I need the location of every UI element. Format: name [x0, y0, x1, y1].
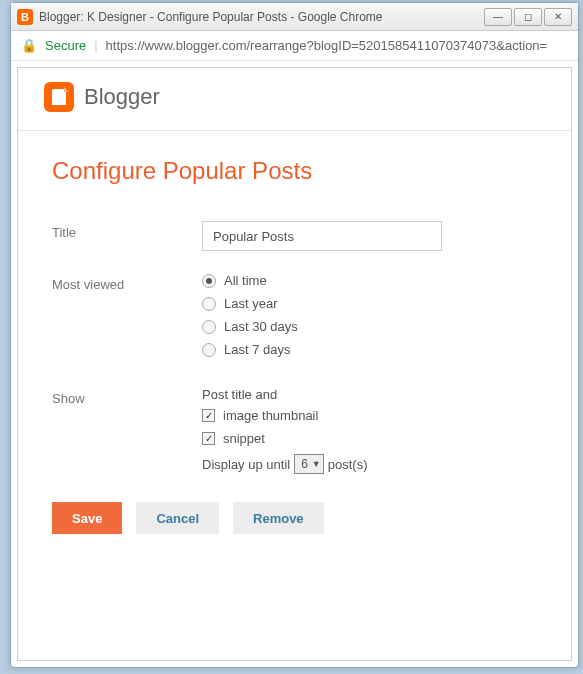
row-most-viewed: Most viewed All time Last year Last 30 d… [52, 273, 537, 365]
radio-label: Last 7 days [224, 342, 291, 357]
radio-icon [202, 274, 216, 288]
url-separator: | [94, 38, 97, 53]
radio-label: All time [224, 273, 267, 288]
radio-all-time[interactable]: All time [202, 273, 537, 288]
radio-icon [202, 343, 216, 357]
radio-label: Last 30 days [224, 319, 298, 334]
label-most-viewed: Most viewed [52, 273, 202, 365]
save-button[interactable]: Save [52, 502, 122, 534]
blogger-favicon: B [17, 9, 33, 25]
window-title: Blogger: K Designer - Configure Popular … [39, 10, 383, 24]
maximize-button[interactable]: ◻ [514, 8, 542, 26]
row-title: Title [52, 221, 537, 251]
radio-icon [202, 297, 216, 311]
brand-name: Blogger [84, 84, 160, 110]
brand-bar: Blogger [18, 68, 571, 131]
remove-button[interactable]: Remove [233, 502, 324, 534]
show-static-text: Post title and [202, 387, 537, 402]
check-image-thumbnail[interactable]: ✓ image thumbnail [202, 408, 537, 423]
select-value: 6 [301, 457, 308, 471]
window-titlebar: B Blogger: K Designer - Configure Popula… [11, 3, 578, 31]
chevron-down-icon: ▼ [312, 459, 321, 469]
display-count-select[interactable]: 6 ▼ [294, 454, 324, 474]
label-show: Show [52, 387, 202, 474]
radio-icon [202, 320, 216, 334]
checkbox-icon: ✓ [202, 432, 215, 445]
config-panel: Configure Popular Posts Title Most viewe… [18, 131, 571, 560]
button-row: Save Cancel Remove [52, 502, 537, 534]
radio-label: Last year [224, 296, 277, 311]
lock-icon: 🔒 [21, 38, 37, 53]
cancel-button[interactable]: Cancel [136, 502, 219, 534]
checkbox-icon: ✓ [202, 409, 215, 422]
display-suffix: post(s) [328, 457, 368, 472]
check-snippet[interactable]: ✓ snippet [202, 431, 537, 446]
chrome-window: B Blogger: K Designer - Configure Popula… [10, 2, 579, 668]
radio-last-year[interactable]: Last year [202, 296, 537, 311]
address-bar: 🔒 Secure | https://www.blogger.com/rearr… [11, 31, 578, 61]
display-prefix: Display up until [202, 457, 290, 472]
window-controls: — ◻ ✕ [484, 8, 572, 26]
title-input[interactable] [202, 221, 442, 251]
secure-label: Secure [45, 38, 86, 53]
url-text[interactable]: https://www.blogger.com/rearrange?blogID… [106, 38, 548, 53]
radio-last-30-days[interactable]: Last 30 days [202, 319, 537, 334]
checkbox-label: image thumbnail [223, 408, 318, 423]
minimize-button[interactable]: — [484, 8, 512, 26]
checkbox-label: snippet [223, 431, 265, 446]
page-title: Configure Popular Posts [52, 157, 537, 185]
row-show: Show Post title and ✓ image thumbnail ✓ … [52, 387, 537, 474]
content-frame: Blogger Configure Popular Posts Title Mo… [17, 67, 572, 661]
label-title: Title [52, 221, 202, 251]
display-count-line: Display up until 6 ▼ post(s) [202, 454, 537, 474]
close-button[interactable]: ✕ [544, 8, 572, 26]
radio-last-7-days[interactable]: Last 7 days [202, 342, 537, 357]
blogger-logo-icon [44, 82, 74, 112]
